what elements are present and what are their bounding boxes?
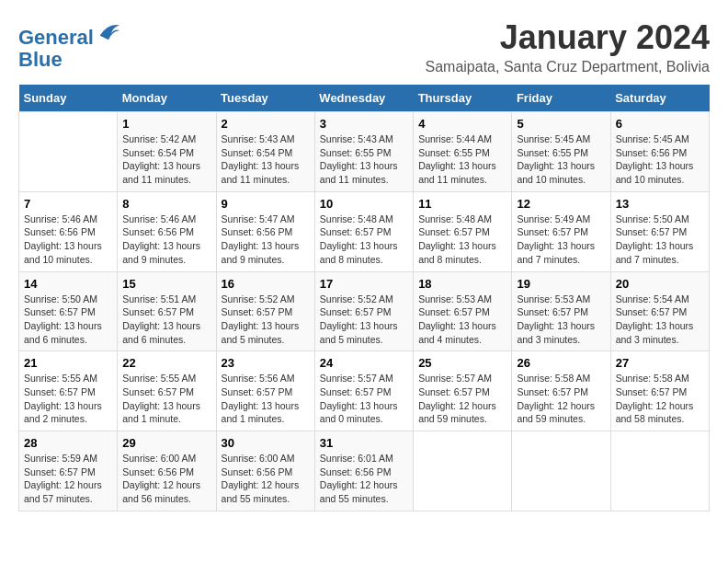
day-cell: 16Sunrise: 5:52 AM Sunset: 6:57 PM Dayli… [216, 271, 314, 351]
day-number: 4 [418, 117, 506, 131]
day-number: 30 [222, 436, 310, 450]
day-number: 11 [418, 197, 506, 211]
day-cell [19, 112, 118, 192]
day-cell: 12Sunrise: 5:49 AM Sunset: 6:57 PM Dayli… [512, 191, 610, 271]
day-info: Sunrise: 5:58 AM Sunset: 6:57 PM Dayligh… [517, 372, 605, 426]
day-number: 10 [320, 197, 408, 211]
day-number: 29 [122, 436, 210, 450]
day-number: 14 [24, 277, 112, 291]
day-cell: 4Sunrise: 5:44 AM Sunset: 6:55 PM Daylig… [414, 112, 512, 192]
day-cell [512, 431, 610, 511]
day-number: 31 [320, 436, 408, 450]
page-header: General Blue January 2024 Samaipata, San… [18, 18, 710, 75]
day-number: 9 [222, 197, 310, 211]
day-cell: 26Sunrise: 5:58 AM Sunset: 6:57 PM Dayli… [512, 351, 610, 431]
day-number: 19 [517, 277, 605, 291]
day-cell: 15Sunrise: 5:51 AM Sunset: 6:57 PM Dayli… [118, 271, 216, 351]
day-number: 5 [517, 117, 605, 131]
day-cell: 5Sunrise: 5:45 AM Sunset: 6:55 PM Daylig… [512, 112, 610, 192]
day-info: Sunrise: 6:00 AM Sunset: 6:56 PM Dayligh… [122, 452, 210, 506]
day-info: Sunrise: 5:56 AM Sunset: 6:57 PM Dayligh… [222, 372, 310, 426]
day-cell [414, 431, 512, 511]
day-info: Sunrise: 5:43 AM Sunset: 6:54 PM Dayligh… [222, 132, 310, 187]
day-info: Sunrise: 5:58 AM Sunset: 6:57 PM Dayligh… [616, 372, 704, 426]
day-cell: 1Sunrise: 5:42 AM Sunset: 6:54 PM Daylig… [118, 112, 216, 192]
day-number: 6 [616, 117, 704, 131]
day-cell: 25Sunrise: 5:57 AM Sunset: 6:57 PM Dayli… [414, 351, 512, 431]
day-cell: 21Sunrise: 5:55 AM Sunset: 6:57 PM Dayli… [19, 351, 118, 431]
day-cell: 14Sunrise: 5:50 AM Sunset: 6:57 PM Dayli… [19, 271, 118, 351]
day-info: Sunrise: 5:54 AM Sunset: 6:57 PM Dayligh… [616, 293, 704, 347]
header-day-sunday: Sunday [19, 85, 118, 112]
header-row: SundayMondayTuesdayWednesdayThursdayFrid… [19, 85, 710, 112]
week-row-5: 28Sunrise: 5:59 AM Sunset: 6:57 PM Dayli… [19, 431, 710, 511]
day-number: 1 [122, 117, 210, 131]
week-row-2: 7Sunrise: 5:46 AM Sunset: 6:56 PM Daylig… [19, 191, 710, 271]
day-cell: 13Sunrise: 5:50 AM Sunset: 6:57 PM Dayli… [610, 191, 709, 271]
day-cell: 2Sunrise: 5:43 AM Sunset: 6:54 PM Daylig… [216, 112, 314, 192]
header-day-thursday: Thursday [414, 85, 512, 112]
main-title: January 2024 [426, 18, 710, 57]
day-number: 28 [24, 436, 112, 450]
logo-text: General [18, 18, 121, 49]
day-info: Sunrise: 5:46 AM Sunset: 6:56 PM Dayligh… [122, 213, 210, 267]
day-number: 12 [517, 197, 605, 211]
day-number: 2 [222, 117, 310, 131]
day-info: Sunrise: 5:59 AM Sunset: 6:57 PM Dayligh… [24, 452, 112, 506]
day-number: 26 [517, 356, 605, 370]
day-cell: 7Sunrise: 5:46 AM Sunset: 6:56 PM Daylig… [19, 191, 118, 271]
logo-bird-icon [96, 18, 121, 44]
day-info: Sunrise: 5:43 AM Sunset: 6:55 PM Dayligh… [320, 132, 408, 187]
day-info: Sunrise: 5:57 AM Sunset: 6:57 PM Dayligh… [320, 372, 408, 426]
day-cell: 11Sunrise: 5:48 AM Sunset: 6:57 PM Dayli… [414, 191, 512, 271]
subtitle: Samaipata, Santa Cruz Department, Bolivi… [426, 59, 710, 75]
day-cell: 29Sunrise: 6:00 AM Sunset: 6:56 PM Dayli… [118, 431, 216, 511]
day-info: Sunrise: 5:53 AM Sunset: 6:57 PM Dayligh… [517, 293, 605, 347]
day-info: Sunrise: 6:00 AM Sunset: 6:56 PM Dayligh… [222, 452, 310, 506]
day-cell: 6Sunrise: 5:45 AM Sunset: 6:56 PM Daylig… [610, 112, 709, 192]
day-info: Sunrise: 5:55 AM Sunset: 6:57 PM Dayligh… [122, 372, 210, 426]
day-info: Sunrise: 5:48 AM Sunset: 6:57 PM Dayligh… [320, 213, 408, 267]
day-number: 17 [320, 277, 408, 291]
day-info: Sunrise: 5:52 AM Sunset: 6:57 PM Dayligh… [222, 293, 310, 347]
day-cell: 22Sunrise: 5:55 AM Sunset: 6:57 PM Dayli… [118, 351, 216, 431]
day-cell [610, 431, 709, 511]
day-cell: 18Sunrise: 5:53 AM Sunset: 6:57 PM Dayli… [414, 271, 512, 351]
day-info: Sunrise: 5:50 AM Sunset: 6:57 PM Dayligh… [616, 213, 704, 267]
day-cell: 3Sunrise: 5:43 AM Sunset: 6:55 PM Daylig… [314, 112, 413, 192]
day-info: Sunrise: 6:01 AM Sunset: 6:56 PM Dayligh… [320, 452, 408, 506]
day-number: 25 [418, 356, 506, 370]
day-cell: 19Sunrise: 5:53 AM Sunset: 6:57 PM Dayli… [512, 271, 610, 351]
day-number: 3 [320, 117, 408, 131]
day-info: Sunrise: 5:44 AM Sunset: 6:55 PM Dayligh… [418, 132, 506, 187]
day-number: 7 [24, 197, 112, 211]
day-info: Sunrise: 5:50 AM Sunset: 6:57 PM Dayligh… [24, 293, 112, 347]
day-info: Sunrise: 5:51 AM Sunset: 6:57 PM Dayligh… [122, 293, 210, 347]
day-info: Sunrise: 5:49 AM Sunset: 6:57 PM Dayligh… [517, 213, 605, 267]
day-cell: 8Sunrise: 5:46 AM Sunset: 6:56 PM Daylig… [118, 191, 216, 271]
day-number: 23 [222, 356, 310, 370]
calendar-table: SundayMondayTuesdayWednesdayThursdayFrid… [18, 85, 710, 511]
day-info: Sunrise: 5:46 AM Sunset: 6:56 PM Dayligh… [24, 213, 112, 267]
header-day-saturday: Saturday [610, 85, 709, 112]
day-info: Sunrise: 5:47 AM Sunset: 6:56 PM Dayligh… [222, 213, 310, 267]
logo-line1: General [18, 26, 94, 49]
header-day-tuesday: Tuesday [216, 85, 314, 112]
day-info: Sunrise: 5:45 AM Sunset: 6:56 PM Dayligh… [616, 132, 704, 187]
day-info: Sunrise: 5:42 AM Sunset: 6:54 PM Dayligh… [122, 132, 210, 187]
day-cell: 23Sunrise: 5:56 AM Sunset: 6:57 PM Dayli… [216, 351, 314, 431]
week-row-3: 14Sunrise: 5:50 AM Sunset: 6:57 PM Dayli… [19, 271, 710, 351]
day-info: Sunrise: 5:48 AM Sunset: 6:57 PM Dayligh… [418, 213, 506, 267]
day-cell: 17Sunrise: 5:52 AM Sunset: 6:57 PM Dayli… [314, 271, 413, 351]
logo: General Blue [18, 18, 121, 71]
week-row-4: 21Sunrise: 5:55 AM Sunset: 6:57 PM Dayli… [19, 351, 710, 431]
day-cell: 28Sunrise: 5:59 AM Sunset: 6:57 PM Dayli… [19, 431, 118, 511]
day-number: 24 [320, 356, 408, 370]
calendar-body: 1Sunrise: 5:42 AM Sunset: 6:54 PM Daylig… [19, 112, 710, 511]
day-cell: 24Sunrise: 5:57 AM Sunset: 6:57 PM Dayli… [314, 351, 413, 431]
day-number: 15 [122, 277, 210, 291]
calendar-header: SundayMondayTuesdayWednesdayThursdayFrid… [19, 85, 710, 112]
day-cell: 10Sunrise: 5:48 AM Sunset: 6:57 PM Dayli… [314, 191, 413, 271]
day-info: Sunrise: 5:55 AM Sunset: 6:57 PM Dayligh… [24, 372, 112, 426]
day-cell: 20Sunrise: 5:54 AM Sunset: 6:57 PM Dayli… [610, 271, 709, 351]
